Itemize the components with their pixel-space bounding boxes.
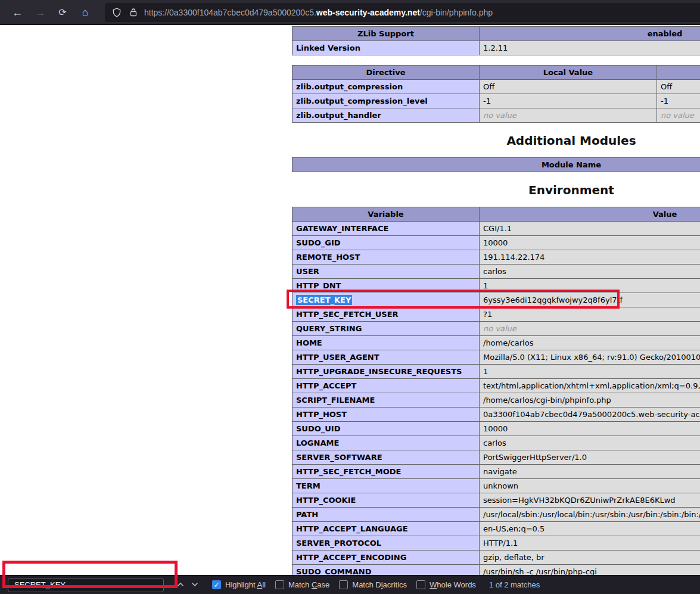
row-local-value: -1: [480, 94, 657, 108]
match-diacritics-checkbox[interactable]: [339, 580, 348, 589]
row-value: CGI/1.1: [480, 222, 700, 236]
match-diacritics-label-pre: Match D: [352, 580, 381, 589]
row-value: 1.2.11: [480, 41, 700, 55]
highlight-all-accesskey: A: [257, 580, 262, 589]
match-case-label-post: ase: [317, 580, 329, 589]
zlib-directives-table: DirectiveLocal ValueMaster Valuezlib.out…: [292, 65, 700, 123]
url-domain: web-security-academy.net: [316, 8, 420, 17]
forward-button[interactable]: →: [31, 4, 49, 21]
row-value: Mozilla/5.0 (X11; Linux x86_64; rv:91.0)…: [480, 350, 700, 365]
whole-words-option: Whole Words: [416, 580, 476, 589]
phpinfo-content: ZLib SupportenabledLinked Version1.2.11 …: [292, 25, 700, 575]
home-button[interactable]: ⌂: [76, 4, 94, 21]
row-label: PATH: [293, 508, 480, 522]
row-value: carlos: [480, 265, 700, 279]
table-row: SECRET_KEY6yssy3e6di12qgqkfwojwy2q8f6yl7…: [293, 293, 700, 307]
url-path: /cgi-bin/phpinfo.php: [420, 8, 493, 17]
row-label: HTTP_ACCEPT_LANGUAGE: [293, 522, 480, 536]
table-row: SCRIPT_FILENAME/home/carlos/cgi-bin/phpi…: [293, 393, 700, 408]
table-row: HTTP_UPGRADE_INSECURE_REQUESTS1: [293, 365, 700, 379]
table-header-row: DirectiveLocal ValueMaster Value: [293, 66, 700, 80]
row-value: PortSwiggerHttpServer/1.0: [480, 450, 700, 465]
row-label: SERVER_SOFTWARE: [293, 450, 480, 465]
table-row: SERVER_PROTOCOLHTTP/1.1: [293, 536, 700, 551]
row-label: LOGNAME: [293, 436, 480, 450]
highlight-all-label[interactable]: Highlight All: [225, 580, 266, 589]
table-row: HTTP_SEC_FETCH_USER?1: [293, 307, 700, 322]
table-row: zlib.output_compressionOffOff: [293, 80, 700, 94]
row-master-value: no value: [657, 108, 700, 123]
row-value: /usr/bin/sh -c /usr/bin/php-cgi: [480, 565, 700, 576]
row-value: /home/carlos: [480, 336, 700, 350]
shield-icon[interactable]: [108, 4, 125, 21]
row-master-value: Off: [657, 80, 700, 94]
row-label: zlib.output_handler: [293, 108, 480, 123]
find-previous-button[interactable]: [173, 578, 188, 592]
row-label: HTTP_ACCEPT: [293, 379, 480, 393]
column-header: Module Name: [293, 158, 700, 172]
table-row: zlib.output_compression_level-1-1: [293, 94, 700, 108]
find-next-button[interactable]: [188, 578, 202, 592]
row-value: session=HgkVH32bKQDr6ZUniwPrZrkAE8E6KLwd: [480, 493, 700, 508]
url-text: https://0a3300f104ab7cbec0d479a5000200c5…: [144, 8, 493, 17]
row-label: HTTP_UPGRADE_INSECURE_REQUESTS: [293, 365, 480, 379]
reload-button[interactable]: ⟳: [54, 4, 71, 21]
find-input[interactable]: SECRET_KEY: [8, 578, 164, 592]
row-value: text/html,application/xhtml+xml,applicat…: [480, 379, 700, 393]
row-value: 6yssy3e6di12qgqkfwojwy2q8f6yl7tf: [480, 293, 700, 307]
home-icon: ⌂: [82, 7, 88, 18]
highlight-all-label-post: ll: [262, 580, 266, 589]
match-case-label[interactable]: Match Case: [288, 580, 329, 589]
whole-words-accesskey: W: [430, 580, 437, 589]
row-label: HTTP_HOST: [293, 408, 480, 422]
table-row: HTTP_COOKIEsession=HgkVH32bKQDr6ZUniwPrZ…: [293, 493, 700, 508]
row-label: SECRET_KEY: [293, 293, 480, 307]
row-value: 1: [480, 279, 700, 293]
table-row: PATH/usr/local/sbin:/usr/local/bin:/usr/…: [293, 508, 700, 522]
table-row: GATEWAY_INTERFACECGI/1.1: [293, 222, 700, 236]
row-local-value: no value: [480, 108, 657, 123]
column-header: ZLib Support: [293, 27, 480, 41]
reload-icon: ⟳: [58, 7, 66, 18]
highlight-all-label-pre: Highlight: [225, 580, 257, 589]
highlight-all-checkbox[interactable]: ✓: [212, 580, 221, 589]
page-content: ZLib SupportenabledLinked Version1.2.11 …: [0, 25, 700, 575]
table-row: HTTP_ACCEPT_LANGUAGEen-US,en;q=0.5: [293, 522, 700, 536]
chevron-down-icon: [191, 580, 198, 589]
row-label: SUDO_UID: [293, 422, 480, 436]
table-row: SUDO_UID10000: [293, 422, 700, 436]
url-prefix: https://0a3300f104ab7cbec0d479a5000200c5…: [144, 8, 316, 17]
table-row: HTTP_ACCEPT_ENCODINGgzip, deflate, br: [293, 551, 700, 565]
row-label: HTTP_SEC_FETCH_USER: [293, 307, 480, 322]
table-row: Linked Version1.2.11: [293, 41, 700, 55]
row-value: carlos: [480, 436, 700, 450]
zlib-support-table: ZLib SupportenabledLinked Version1.2.11: [292, 26, 700, 55]
url-bar[interactable]: https://0a3300f104ab7cbec0d479a5000200c5…: [105, 3, 700, 22]
row-value: unknown: [480, 479, 700, 493]
row-value: 1: [480, 365, 700, 379]
whole-words-checkbox[interactable]: [416, 580, 425, 589]
row-label: HTTP_COOKIE: [293, 493, 480, 508]
row-value: gzip, deflate, br: [480, 551, 700, 565]
chevron-up-icon: [177, 580, 184, 589]
table-row: SUDO_COMMAND/usr/bin/sh -c /usr/bin/php-…: [293, 565, 700, 576]
lock-icon[interactable]: [125, 4, 142, 21]
whole-words-label[interactable]: Whole Words: [430, 580, 476, 589]
table-row: HTTP_DNT1: [293, 279, 700, 293]
match-case-option: Match Case: [275, 580, 329, 589]
back-button[interactable]: ←: [8, 4, 26, 21]
table-row: zlib.output_handlerno valueno value: [293, 108, 700, 123]
row-label: Linked Version: [293, 41, 480, 55]
row-value: 0a3300f104ab7cbec0d479a5000200c5.web-sec…: [480, 408, 700, 422]
row-label: HTTP_USER_AGENT: [293, 350, 480, 365]
match-case-accesskey: C: [312, 580, 317, 589]
row-label: QUERY_STRING: [293, 322, 480, 336]
search-match-highlight: SECRET_KEY: [296, 295, 352, 305]
column-header: Directive: [293, 66, 480, 80]
match-case-checkbox[interactable]: [275, 580, 284, 589]
row-label: REMOTE_HOST: [293, 250, 480, 265]
row-label: USER: [293, 265, 480, 279]
row-value: ?1: [480, 307, 700, 322]
match-diacritics-label[interactable]: Match Diacritics: [352, 580, 407, 589]
row-label: zlib.output_compression_level: [293, 94, 480, 108]
